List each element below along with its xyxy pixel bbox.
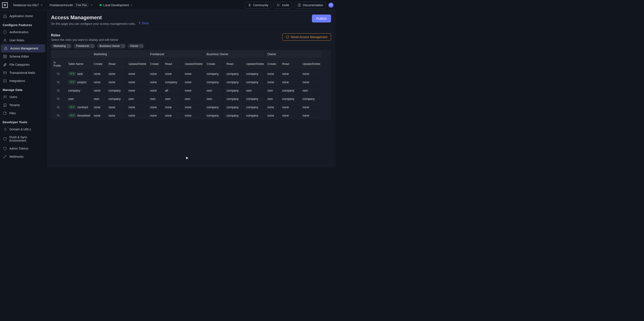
permission-cell[interactable]: own — [265, 95, 280, 103]
permission-cell[interactable]: own — [162, 95, 182, 103]
table-name-cell[interactable]: NEWtimesheet — [66, 111, 91, 120]
sidebar-item-webhooks[interactable]: Webhooks — [0, 153, 46, 161]
visibility-toggle[interactable] — [51, 95, 66, 103]
permission-cell[interactable]: none — [300, 78, 321, 86]
permission-cell[interactable]: own — [244, 86, 265, 95]
table-name-cell[interactable]: user — [66, 95, 91, 103]
reset-button[interactable]: Reset Access Management — [282, 33, 331, 41]
permission-cell[interactable]: company — [244, 95, 265, 103]
close-icon[interactable]: ✕ — [140, 44, 143, 48]
permission-cell[interactable]: none — [106, 70, 126, 78]
table-name-cell[interactable]: company — [66, 86, 91, 95]
permission-cell[interactable]: own — [204, 95, 224, 103]
permission-cell[interactable]: own — [265, 86, 280, 95]
permission-cell[interactable]: none — [126, 86, 148, 95]
role-chip[interactable]: Owner✕ — [128, 44, 144, 48]
close-icon[interactable]: ✕ — [67, 44, 70, 48]
permission-cell[interactable]: company — [162, 78, 182, 86]
permission-cell[interactable]: none — [162, 103, 182, 111]
permission-cell[interactable]: none — [91, 111, 106, 120]
publish-button[interactable]: Publish — [312, 14, 331, 22]
sidebar-item-integrations[interactable]: Integrations — [0, 77, 46, 85]
permission-cell[interactable]: none — [182, 86, 204, 95]
permission-cell[interactable]: company — [204, 103, 224, 111]
permission-cell[interactable]: none — [91, 78, 106, 86]
permission-cell[interactable]: none — [162, 111, 182, 120]
permission-cell[interactable]: company — [106, 95, 126, 103]
permission-cell[interactable]: none — [148, 111, 162, 120]
permission-cell[interactable]: none — [265, 78, 280, 86]
visibility-toggle[interactable] — [51, 78, 66, 86]
permission-cell[interactable]: company — [224, 103, 244, 111]
role-chip[interactable]: Business Owner✕ — [97, 44, 126, 48]
sidebar-item-flush-sync[interactable]: Flush & Sync Environment — [0, 133, 46, 144]
visibility-toggle[interactable] — [51, 70, 66, 78]
permission-cell[interactable]: none — [106, 103, 126, 111]
permission-cell[interactable]: none — [91, 86, 106, 95]
docs-link[interactable]: Docs — [138, 21, 149, 25]
permission-cell[interactable]: none — [148, 86, 162, 95]
close-icon[interactable]: ✕ — [90, 44, 94, 48]
table-name-cell[interactable]: NEWtask — [66, 70, 91, 78]
permission-cell[interactable]: none — [148, 70, 162, 78]
sidebar-item-authentication[interactable]: Authentication — [0, 28, 46, 36]
permission-cell[interactable]: company — [300, 95, 321, 103]
permission-cell[interactable]: none — [300, 103, 321, 111]
sidebar-item-app-home[interactable]: Application Home — [0, 12, 46, 20]
permission-cell[interactable]: company — [224, 111, 244, 120]
permission-cell[interactable]: company — [224, 86, 244, 95]
permission-cell[interactable]: company — [244, 78, 265, 86]
table-name-cell[interactable]: NEWcontract — [66, 103, 91, 111]
sidebar-item-access-management[interactable]: Access Management — [1, 44, 45, 52]
permission-cell[interactable]: none — [126, 70, 148, 78]
visibility-toggle[interactable] — [51, 86, 66, 95]
permission-cell[interactable]: company — [224, 70, 244, 78]
permission-cell[interactable]: none — [265, 70, 280, 78]
permission-cell[interactable]: company — [244, 70, 265, 78]
documentation-button[interactable]: Documentation — [294, 2, 326, 8]
env-switcher[interactable]: Local Development ⇅ — [98, 2, 134, 8]
permission-cell[interactable]: company — [224, 78, 244, 86]
permission-cell[interactable]: none — [148, 78, 162, 86]
permission-cell[interactable]: none — [300, 111, 321, 120]
permission-cell[interactable]: none — [280, 70, 300, 78]
sidebar-item-users[interactable]: Users — [0, 93, 46, 101]
sidebar-item-tenants[interactable]: Tenants — [0, 101, 46, 109]
permission-cell[interactable]: none — [106, 111, 126, 120]
project-switcher[interactable]: freelancer-inc-05c7 ⇅ — [12, 2, 44, 8]
permission-cell[interactable]: none — [182, 111, 204, 120]
sidebar-item-schema-editor[interactable]: Schema Editor — [0, 52, 46, 60]
permission-cell[interactable]: company — [244, 111, 265, 120]
permission-cell[interactable]: none — [148, 103, 162, 111]
close-icon[interactable]: ✕ — [121, 44, 124, 48]
permission-cell[interactable]: none — [182, 103, 204, 111]
permission-cell[interactable]: none — [265, 103, 280, 111]
permission-cell[interactable]: company — [280, 95, 300, 103]
sidebar-item-domain-urls[interactable]: Domain & URLs — [0, 125, 46, 133]
avatar[interactable]: EP — [328, 2, 334, 8]
permission-cell[interactable]: company — [244, 103, 265, 111]
permission-cell[interactable]: none — [280, 111, 300, 120]
permission-cell[interactable]: own — [182, 95, 204, 103]
permission-cell[interactable]: company — [224, 95, 244, 103]
permission-cell[interactable]: company — [280, 86, 300, 95]
permission-cell[interactable]: own — [300, 86, 321, 95]
visibility-toggle[interactable] — [51, 111, 66, 120]
permission-cell[interactable]: none — [265, 111, 280, 120]
sidebar-item-file-categories[interactable]: File Categories — [0, 60, 46, 69]
permission-cell[interactable]: company — [204, 111, 224, 120]
permission-cell[interactable]: none — [182, 78, 204, 86]
permission-cell[interactable]: none — [162, 70, 182, 78]
sidebar-item-files[interactable]: Files — [0, 109, 46, 117]
permission-cell[interactable]: none — [91, 103, 106, 111]
permission-cell[interactable]: own — [204, 86, 224, 95]
permission-cell[interactable]: none — [106, 78, 126, 86]
permission-cell[interactable]: own — [91, 95, 106, 103]
role-chip[interactable]: Freelancer✕ — [74, 44, 95, 48]
permission-cell[interactable]: company — [204, 78, 224, 86]
invite-button[interactable]: Invite — [274, 2, 292, 8]
permission-cell[interactable]: own — [126, 95, 148, 103]
table-name-cell[interactable]: NEWproject — [66, 78, 91, 86]
community-button[interactable]: Community — [245, 2, 271, 8]
role-chip[interactable]: Marketing✕ — [51, 44, 72, 48]
